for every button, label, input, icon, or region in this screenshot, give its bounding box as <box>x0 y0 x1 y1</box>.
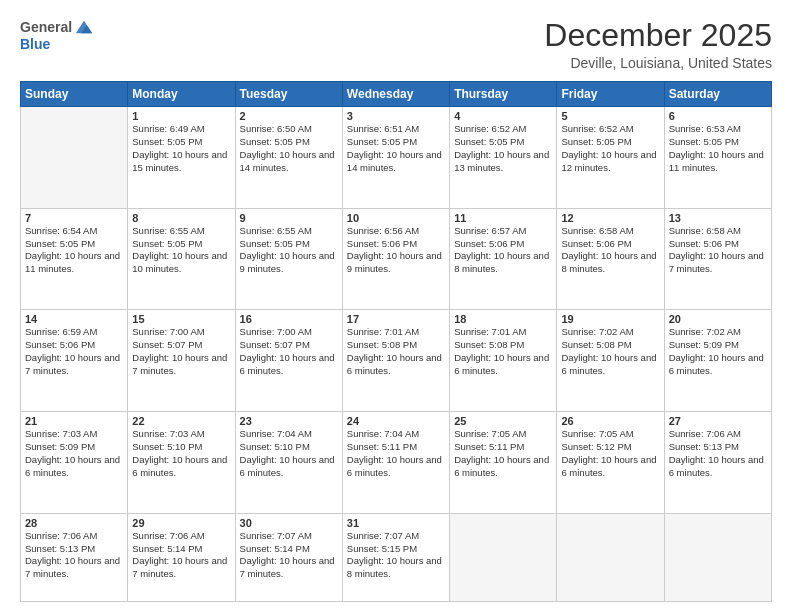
day-number: 9 <box>240 212 338 224</box>
day-info: Sunrise: 6:58 AM Sunset: 5:06 PM Dayligh… <box>561 225 659 276</box>
day-number: 29 <box>132 517 230 529</box>
day-info: Sunrise: 7:01 AM Sunset: 5:08 PM Dayligh… <box>454 326 552 377</box>
header-sunday: Sunday <box>21 82 128 107</box>
day-number: 16 <box>240 313 338 325</box>
calendar-cell: 13Sunrise: 6:58 AM Sunset: 5:06 PM Dayli… <box>664 208 771 310</box>
day-number: 30 <box>240 517 338 529</box>
logo-icon <box>74 18 94 36</box>
day-number: 15 <box>132 313 230 325</box>
calendar-cell <box>21 107 128 209</box>
calendar-cell: 8Sunrise: 6:55 AM Sunset: 5:05 PM Daylig… <box>128 208 235 310</box>
day-info: Sunrise: 6:52 AM Sunset: 5:05 PM Dayligh… <box>561 123 659 174</box>
calendar-cell: 23Sunrise: 7:04 AM Sunset: 5:10 PM Dayli… <box>235 412 342 514</box>
calendar-cell: 31Sunrise: 7:07 AM Sunset: 5:15 PM Dayli… <box>342 513 449 601</box>
calendar-cell: 7Sunrise: 6:54 AM Sunset: 5:05 PM Daylig… <box>21 208 128 310</box>
day-info: Sunrise: 6:51 AM Sunset: 5:05 PM Dayligh… <box>347 123 445 174</box>
day-number: 3 <box>347 110 445 122</box>
day-info: Sunrise: 7:02 AM Sunset: 5:08 PM Dayligh… <box>561 326 659 377</box>
day-number: 8 <box>132 212 230 224</box>
calendar-cell: 19Sunrise: 7:02 AM Sunset: 5:08 PM Dayli… <box>557 310 664 412</box>
calendar-cell: 5Sunrise: 6:52 AM Sunset: 5:05 PM Daylig… <box>557 107 664 209</box>
day-info: Sunrise: 6:54 AM Sunset: 5:05 PM Dayligh… <box>25 225 123 276</box>
day-number: 26 <box>561 415 659 427</box>
title-section: December 2025 Deville, Louisiana, United… <box>544 18 772 71</box>
calendar-cell: 6Sunrise: 6:53 AM Sunset: 5:05 PM Daylig… <box>664 107 771 209</box>
day-info: Sunrise: 7:00 AM Sunset: 5:07 PM Dayligh… <box>132 326 230 377</box>
calendar-cell: 20Sunrise: 7:02 AM Sunset: 5:09 PM Dayli… <box>664 310 771 412</box>
calendar-cell: 3Sunrise: 6:51 AM Sunset: 5:05 PM Daylig… <box>342 107 449 209</box>
calendar-cell <box>557 513 664 601</box>
logo: General Blue <box>20 18 94 52</box>
day-info: Sunrise: 7:07 AM Sunset: 5:15 PM Dayligh… <box>347 530 445 581</box>
day-info: Sunrise: 7:05 AM Sunset: 5:11 PM Dayligh… <box>454 428 552 479</box>
logo-general: General <box>20 20 72 34</box>
calendar-cell: 10Sunrise: 6:56 AM Sunset: 5:06 PM Dayli… <box>342 208 449 310</box>
calendar-cell: 27Sunrise: 7:06 AM Sunset: 5:13 PM Dayli… <box>664 412 771 514</box>
calendar-cell: 25Sunrise: 7:05 AM Sunset: 5:11 PM Dayli… <box>450 412 557 514</box>
header-wednesday: Wednesday <box>342 82 449 107</box>
day-info: Sunrise: 7:04 AM Sunset: 5:11 PM Dayligh… <box>347 428 445 479</box>
calendar-cell: 1Sunrise: 6:49 AM Sunset: 5:05 PM Daylig… <box>128 107 235 209</box>
day-info: Sunrise: 6:55 AM Sunset: 5:05 PM Dayligh… <box>132 225 230 276</box>
day-number: 17 <box>347 313 445 325</box>
day-info: Sunrise: 7:00 AM Sunset: 5:07 PM Dayligh… <box>240 326 338 377</box>
day-info: Sunrise: 7:06 AM Sunset: 5:13 PM Dayligh… <box>669 428 767 479</box>
day-number: 10 <box>347 212 445 224</box>
header-saturday: Saturday <box>664 82 771 107</box>
day-number: 24 <box>347 415 445 427</box>
calendar-cell: 22Sunrise: 7:03 AM Sunset: 5:10 PM Dayli… <box>128 412 235 514</box>
day-info: Sunrise: 7:01 AM Sunset: 5:08 PM Dayligh… <box>347 326 445 377</box>
subtitle: Deville, Louisiana, United States <box>544 55 772 71</box>
day-info: Sunrise: 7:06 AM Sunset: 5:14 PM Dayligh… <box>132 530 230 581</box>
header-monday: Monday <box>128 82 235 107</box>
calendar-cell: 24Sunrise: 7:04 AM Sunset: 5:11 PM Dayli… <box>342 412 449 514</box>
day-number: 7 <box>25 212 123 224</box>
calendar-cell: 11Sunrise: 6:57 AM Sunset: 5:06 PM Dayli… <box>450 208 557 310</box>
day-number: 14 <box>25 313 123 325</box>
calendar-cell: 2Sunrise: 6:50 AM Sunset: 5:05 PM Daylig… <box>235 107 342 209</box>
day-number: 31 <box>347 517 445 529</box>
page: General Blue December 2025 Deville, Loui… <box>0 0 792 612</box>
calendar-cell: 4Sunrise: 6:52 AM Sunset: 5:05 PM Daylig… <box>450 107 557 209</box>
day-info: Sunrise: 6:57 AM Sunset: 5:06 PM Dayligh… <box>454 225 552 276</box>
calendar-cell: 12Sunrise: 6:58 AM Sunset: 5:06 PM Dayli… <box>557 208 664 310</box>
calendar-cell: 18Sunrise: 7:01 AM Sunset: 5:08 PM Dayli… <box>450 310 557 412</box>
main-title: December 2025 <box>544 18 772 53</box>
day-info: Sunrise: 7:03 AM Sunset: 5:09 PM Dayligh… <box>25 428 123 479</box>
calendar-cell: 29Sunrise: 7:06 AM Sunset: 5:14 PM Dayli… <box>128 513 235 601</box>
calendar-cell: 15Sunrise: 7:00 AM Sunset: 5:07 PM Dayli… <box>128 310 235 412</box>
header-thursday: Thursday <box>450 82 557 107</box>
day-number: 12 <box>561 212 659 224</box>
day-number: 20 <box>669 313 767 325</box>
header-tuesday: Tuesday <box>235 82 342 107</box>
calendar-cell: 14Sunrise: 6:59 AM Sunset: 5:06 PM Dayli… <box>21 310 128 412</box>
day-info: Sunrise: 6:50 AM Sunset: 5:05 PM Dayligh… <box>240 123 338 174</box>
day-info: Sunrise: 6:58 AM Sunset: 5:06 PM Dayligh… <box>669 225 767 276</box>
day-info: Sunrise: 6:56 AM Sunset: 5:06 PM Dayligh… <box>347 225 445 276</box>
day-info: Sunrise: 7:07 AM Sunset: 5:14 PM Dayligh… <box>240 530 338 581</box>
calendar-cell: 28Sunrise: 7:06 AM Sunset: 5:13 PM Dayli… <box>21 513 128 601</box>
day-number: 11 <box>454 212 552 224</box>
day-info: Sunrise: 6:52 AM Sunset: 5:05 PM Dayligh… <box>454 123 552 174</box>
day-info: Sunrise: 6:53 AM Sunset: 5:05 PM Dayligh… <box>669 123 767 174</box>
day-number: 21 <box>25 415 123 427</box>
day-number: 5 <box>561 110 659 122</box>
day-info: Sunrise: 7:06 AM Sunset: 5:13 PM Dayligh… <box>25 530 123 581</box>
day-info: Sunrise: 7:03 AM Sunset: 5:10 PM Dayligh… <box>132 428 230 479</box>
day-number: 13 <box>669 212 767 224</box>
day-number: 4 <box>454 110 552 122</box>
day-number: 25 <box>454 415 552 427</box>
day-number: 18 <box>454 313 552 325</box>
day-number: 1 <box>132 110 230 122</box>
day-number: 6 <box>669 110 767 122</box>
day-info: Sunrise: 7:02 AM Sunset: 5:09 PM Dayligh… <box>669 326 767 377</box>
day-number: 19 <box>561 313 659 325</box>
calendar-cell: 26Sunrise: 7:05 AM Sunset: 5:12 PM Dayli… <box>557 412 664 514</box>
calendar-cell: 9Sunrise: 6:55 AM Sunset: 5:05 PM Daylig… <box>235 208 342 310</box>
calendar-cell: 17Sunrise: 7:01 AM Sunset: 5:08 PM Dayli… <box>342 310 449 412</box>
day-info: Sunrise: 6:59 AM Sunset: 5:06 PM Dayligh… <box>25 326 123 377</box>
day-number: 2 <box>240 110 338 122</box>
day-number: 22 <box>132 415 230 427</box>
day-info: Sunrise: 6:55 AM Sunset: 5:05 PM Dayligh… <box>240 225 338 276</box>
header-friday: Friday <box>557 82 664 107</box>
